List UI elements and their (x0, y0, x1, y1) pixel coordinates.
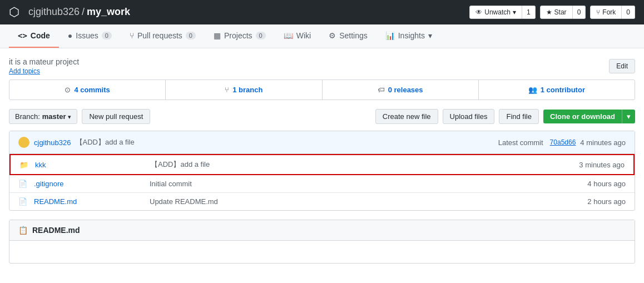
star-icon: ★ (546, 8, 552, 16)
branch-row: Branch: master New pull request Create n… (9, 109, 635, 124)
chevron-down-icon (68, 112, 71, 121)
file-table: cjgithub326 【ADD】add a file Latest commi… (9, 131, 635, 211)
star-button[interactable]: ★ Star (540, 6, 573, 19)
separator: / (82, 6, 85, 18)
tag-icon: 🏷 (378, 86, 385, 94)
readme-title: README.md (32, 226, 80, 235)
releases-stat: 🏷 0 releases (323, 80, 479, 100)
contributors-stat: 👥 1 contributor (479, 80, 635, 100)
unwatch-count: 1 (522, 6, 536, 19)
file-time: 3 minutes ago (579, 161, 625, 169)
tab-wiki[interactable]: 📖 Wiki (275, 24, 320, 48)
repo-description: it is a mateur project (9, 57, 79, 66)
file-time: 2 hours ago (587, 197, 626, 206)
find-file-button[interactable]: Find file (499, 109, 539, 124)
current-branch: master (42, 112, 66, 121)
stats-bar: ⊙ 4 commits ⑂ 1 branch 🏷 0 releases 👥 1 … (9, 80, 635, 100)
clone-dropdown-arrow[interactable]: ▾ (622, 110, 635, 123)
file-icon: 📄 (18, 197, 29, 206)
commit-author-name: cjgithub326 (34, 138, 71, 147)
tab-pull-requests[interactable]: ⑂ Pull requests 0 (121, 24, 205, 48)
top-bar: ⬡ cjgithub326 / my_work 👁 Unwatch ▾ 1 ★ … (0, 0, 644, 24)
branch-selector[interactable]: Branch: master (9, 109, 77, 124)
file-icon: 📄 (18, 180, 29, 188)
star-count: 0 (573, 6, 586, 19)
file-time: 4 hours ago (587, 180, 626, 188)
commits-icon: ⊙ (65, 86, 71, 94)
branch-icon: ⑂ (225, 86, 229, 94)
org-name-link[interactable]: cjgithub326 (28, 6, 80, 18)
commit-time: 4 minutes ago (580, 138, 626, 147)
branch-label: Branch: (15, 112, 40, 121)
branches-stat: ⑂ 1 branch (166, 80, 322, 100)
fork-count: 0 (622, 6, 635, 19)
commit-author-avatar (18, 137, 29, 148)
releases-count-link[interactable]: 0 releases (388, 86, 423, 94)
repo-name-link[interactable]: my_work (87, 6, 130, 18)
fork-button[interactable]: ⑂ Fork (590, 6, 622, 19)
pr-icon: ⑂ (130, 31, 134, 40)
file-name-link[interactable]: kkk (35, 161, 146, 169)
book-icon: 📋 (18, 226, 28, 235)
settings-icon: ⚙ (329, 31, 336, 40)
issues-icon: ● (68, 31, 72, 40)
create-new-file-button[interactable]: Create new file (375, 109, 438, 124)
people-icon: 👥 (528, 86, 537, 94)
file-row: 📄 .gitignore Initial commit 4 hours ago (9, 175, 635, 193)
wiki-icon: 📖 (284, 31, 293, 40)
issues-badge: 0 (102, 32, 112, 39)
commit-hash-link[interactable]: 70a5d66 (550, 138, 576, 146)
add-topics-link[interactable]: Add topics (9, 67, 40, 75)
chevron-down-icon: ▾ (428, 31, 432, 40)
fork-icon: ⑂ (596, 8, 600, 16)
insights-icon: 📊 (385, 31, 395, 40)
pr-badge: 0 (186, 32, 196, 39)
github-logo: ⬡ (9, 5, 19, 19)
latest-commit-label: Latest commit (498, 138, 543, 147)
projects-badge: 0 (256, 32, 266, 39)
file-name-link[interactable]: .gitignore (34, 180, 145, 188)
file-commit-message: 【ADD】add a file (151, 160, 579, 170)
file-commit-message: Update README.md (150, 197, 587, 206)
tab-code[interactable]: <> Code (9, 24, 59, 48)
readme-header: 📋 README.md (9, 220, 635, 241)
tab-settings[interactable]: ⚙ Settings (320, 24, 377, 48)
tab-insights[interactable]: 📊 Insights ▾ (377, 24, 441, 48)
repo-content: it is a mateur project Add topics Edit ⊙… (0, 48, 644, 272)
edit-button[interactable]: Edit (609, 59, 635, 73)
tab-projects[interactable]: ▦ Projects 0 (205, 24, 275, 48)
branches-count-link[interactable]: 1 branch (232, 86, 262, 94)
commits-count-link[interactable]: 4 commits (74, 86, 110, 94)
folder-icon: 📁 (19, 161, 31, 169)
chevron-down-icon: ▾ (513, 8, 516, 16)
new-pull-request-button[interactable]: New pull request (82, 109, 150, 124)
readme-section: 📋 README.md (9, 220, 635, 264)
projects-icon: ▦ (214, 31, 221, 40)
clone-or-download-button[interactable]: Clone or download (543, 110, 622, 123)
code-icon: <> (18, 31, 27, 40)
unwatch-button[interactable]: 👁 Unwatch ▾ (469, 6, 522, 19)
readme-body (9, 241, 635, 263)
file-name-link[interactable]: README.md (34, 197, 145, 206)
latest-commit-row: cjgithub326 【ADD】add a file Latest commi… (9, 131, 635, 154)
file-row: 📄 README.md Update README.md 2 hours ago (9, 193, 635, 210)
tab-issues[interactable]: ● Issues 0 (59, 24, 121, 48)
commit-message: 【ADD】add a file (76, 137, 135, 147)
eye-icon: 👁 (475, 8, 482, 16)
contributors-count-link[interactable]: 1 contributor (541, 86, 585, 94)
file-row: 📁 kkk 【ADD】add a file 3 minutes ago (9, 154, 635, 175)
commits-stat: ⊙ 4 commits (9, 80, 166, 100)
file-commit-message: Initial commit (150, 180, 587, 188)
upload-files-button[interactable]: Upload files (443, 109, 495, 124)
tab-nav: <> Code ● Issues 0 ⑂ Pull requests 0 ▦ P… (0, 24, 644, 48)
